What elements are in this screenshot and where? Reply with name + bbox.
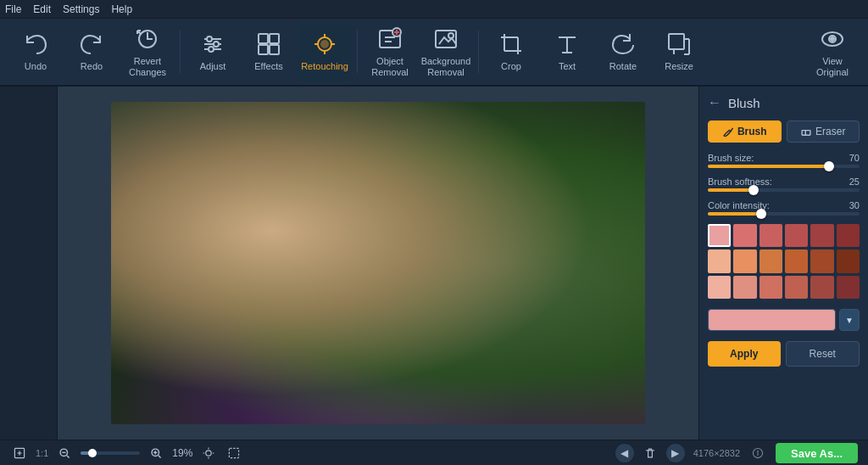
brush-softness-slider[interactable]	[708, 188, 860, 192]
panel-title: Blush	[728, 96, 760, 110]
svg-point-57	[758, 451, 759, 451]
zoom-1-1-label[interactable]: 1:1	[36, 448, 48, 458]
svg-rect-9	[259, 45, 268, 54]
swatch-0[interactable]	[708, 224, 731, 247]
color-intensity-row: Color intensity: 30	[708, 200, 860, 216]
adjust-label: Adjust	[200, 61, 226, 72]
object-removal-button[interactable]: Object Removal	[363, 21, 417, 82]
svg-point-4	[207, 36, 212, 42]
menu-settings[interactable]: Settings	[63, 3, 99, 15]
right-panel: ← Blush Brush Eraser Brush size: 70	[698, 87, 868, 440]
selection-icon[interactable]	[225, 444, 243, 462]
panel-header: ← Blush	[708, 95, 860, 110]
resize-button[interactable]: Resize	[652, 21, 706, 82]
rotate-button[interactable]: Rotate	[596, 21, 650, 82]
redo-button[interactable]: Redo	[64, 21, 119, 82]
zoom-percentage: 19%	[172, 447, 192, 459]
text-label: Text	[559, 61, 576, 72]
brush-button[interactable]: Brush	[708, 120, 782, 143]
fit-screen-icon[interactable]	[10, 444, 29, 462]
main-content: ← Blush Brush Eraser Brush size: 70	[0, 87, 868, 440]
resize-label: Resize	[665, 61, 693, 72]
background-removal-button[interactable]: Background Removal	[419, 21, 473, 82]
redo-label: Redo	[81, 61, 103, 72]
brush-softness-thumb[interactable]	[748, 185, 759, 195]
swatch-17[interactable]	[837, 276, 860, 299]
swatch-6[interactable]	[708, 249, 731, 272]
brush-size-label: Brush size:	[708, 153, 754, 163]
swatch-10[interactable]	[810, 249, 833, 272]
color-intensity-slider[interactable]	[708, 212, 860, 216]
swatch-11[interactable]	[837, 249, 860, 272]
canvas-image	[111, 102, 645, 424]
swatch-4[interactable]	[810, 224, 833, 247]
revert-button[interactable]: Revert Changes	[120, 21, 175, 82]
svg-rect-32	[669, 34, 684, 49]
swatch-1[interactable]	[733, 224, 756, 247]
text-button[interactable]: Text	[540, 21, 594, 82]
effects-button[interactable]: Effects	[242, 21, 296, 82]
next-image-button[interactable]: ▶	[666, 444, 685, 462]
save-as-button[interactable]: Save As...	[776, 443, 858, 463]
swatch-8[interactable]	[760, 249, 782, 272]
brush-softness-label: Brush softness:	[708, 176, 772, 187]
swatch-15[interactable]	[785, 276, 808, 299]
zoom-in-icon[interactable]	[147, 444, 165, 462]
photo-display	[111, 102, 645, 424]
zoom-out-icon[interactable]	[55, 444, 74, 462]
back-arrow-icon[interactable]: ←	[708, 95, 721, 110]
svg-line-40	[731, 128, 733, 132]
separator-1	[180, 31, 181, 73]
undo-label: Undo	[25, 61, 47, 72]
swatch-7[interactable]	[733, 249, 756, 272]
swatch-5[interactable]	[837, 224, 860, 247]
swatch-13[interactable]	[733, 276, 756, 299]
undo-button[interactable]: Undo	[8, 21, 63, 82]
swatch-3[interactable]	[785, 224, 808, 247]
crop-button[interactable]: Crop	[484, 21, 538, 82]
swatch-12[interactable]	[708, 276, 731, 299]
brush-size-label-row: Brush size: 70	[708, 153, 860, 163]
retouching-button[interactable]: Retouching	[298, 21, 352, 82]
eraser-label: Eraser	[815, 126, 845, 137]
background-removal-label: Background Removal	[421, 56, 471, 78]
menu-edit[interactable]: Edit	[33, 3, 51, 15]
revert-label: Revert Changes	[129, 56, 166, 78]
swatch-14[interactable]	[760, 276, 782, 299]
swatch-9[interactable]	[785, 249, 808, 272]
statusbar: 1:1 19% ◀ ▶ 4176×2832	[0, 440, 868, 465]
swatch-2[interactable]	[760, 224, 782, 247]
toolbar: Undo Redo Revert Changes Adjust Effects …	[0, 19, 868, 87]
brush-softness-value: 25	[849, 176, 860, 187]
canvas-area[interactable]	[58, 87, 698, 440]
zoom-slider[interactable]	[81, 451, 140, 455]
color-dropdown-button[interactable]: ▼	[839, 309, 860, 331]
color-intensity-value: 30	[849, 200, 860, 210]
left-sidebar	[0, 87, 58, 440]
apply-button[interactable]: Apply	[708, 341, 781, 367]
adjust-button[interactable]: Adjust	[186, 21, 240, 82]
eraser-button[interactable]: Eraser	[787, 120, 860, 143]
view-original-button[interactable]: View Original	[805, 21, 860, 82]
svg-point-24	[448, 33, 453, 38]
separator-3	[478, 31, 479, 73]
brush-size-thumb[interactable]	[824, 161, 834, 171]
menu-file[interactable]: File	[5, 3, 21, 15]
svg-line-52	[159, 455, 161, 457]
color-intensity-fill	[708, 212, 761, 216]
color-preview[interactable]	[708, 309, 836, 331]
svg-rect-10	[270, 45, 279, 54]
pan-icon[interactable]	[199, 444, 218, 462]
svg-rect-7	[259, 34, 268, 43]
swatch-16[interactable]	[810, 276, 833, 299]
brush-size-slider[interactable]	[708, 165, 860, 168]
delete-icon[interactable]	[641, 444, 659, 462]
menu-help[interactable]: Help	[111, 3, 132, 15]
image-info-icon[interactable]	[748, 444, 767, 462]
brush-softness-row: Brush softness: 25	[708, 176, 860, 192]
zoom-thumb[interactable]	[88, 449, 97, 457]
color-intensity-thumb[interactable]	[756, 209, 766, 219]
reset-button[interactable]: Reset	[786, 341, 860, 367]
prev-image-button[interactable]: ◀	[615, 444, 634, 462]
action-buttons: Apply Reset	[708, 341, 860, 367]
